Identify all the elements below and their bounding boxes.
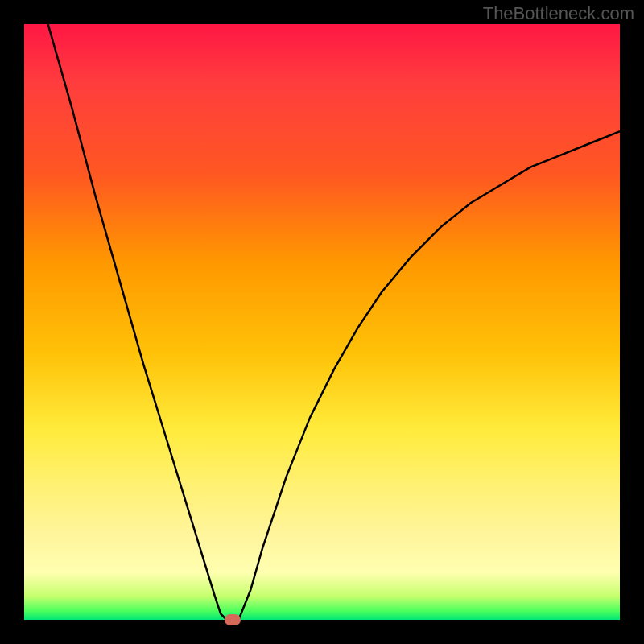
chart-curve xyxy=(24,24,620,620)
curve-left-branch xyxy=(48,24,233,620)
watermark-text: TheBottleneck.com xyxy=(483,3,634,24)
plot-area xyxy=(24,24,620,620)
curve-right-branch xyxy=(238,131,620,620)
minimum-marker xyxy=(225,614,241,625)
